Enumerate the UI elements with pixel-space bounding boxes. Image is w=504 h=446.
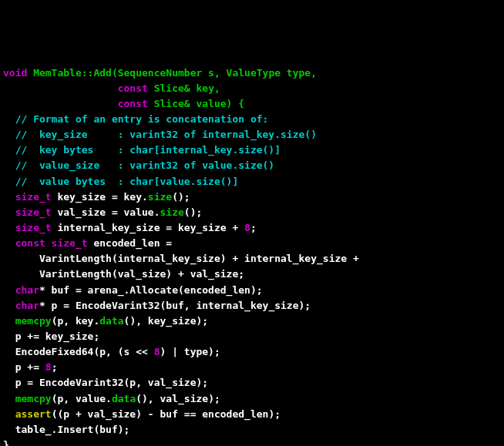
code-line: EncodeFixed64(p, (s << 8) | type);	[3, 344, 501, 360]
code-line: assert((p + val_size) - buf == encoded_l…	[3, 407, 501, 422]
code-line: const size_t encoded_len =	[3, 236, 501, 251]
code-line: VarintLength(internal_key_size) + intern…	[3, 251, 501, 267]
code-block: void MemTable::Add(SequenceNumber s, Val…	[3, 65, 501, 446]
code-line: p += 8;	[3, 360, 501, 375]
code-line: table_.Insert(buf);	[3, 422, 501, 438]
code-line: char* p = EncodeVarint32(buf, internal_k…	[3, 298, 501, 314]
code-comment: // value_size : varint32 of value.size()	[3, 158, 501, 173]
code-line: size_t key_size = key.size();	[3, 189, 501, 205]
code-line: size_t internal_key_size = key_size + 8;	[3, 220, 501, 236]
code-comment: // value bytes : char[value.size()]	[3, 174, 501, 189]
code-line: p = EncodeVarint32(p, val_size);	[3, 375, 501, 391]
code-line: const Slice& key,	[3, 81, 501, 96]
code-line: void MemTable::Add(SequenceNumber s, Val…	[3, 65, 501, 81]
code-line: memcpy(p, value.data(), val_size);	[3, 391, 501, 407]
code-comment: // key_size : varint32 of internal_key.s…	[3, 127, 501, 143]
code-comment: // key bytes : char[internal_key.size()]	[3, 143, 501, 158]
code-comment: // Format of an entry is concatenation o…	[3, 112, 501, 127]
code-line: VarintLength(val_size) + val_size;	[3, 267, 501, 282]
code-line: p += key_size;	[3, 329, 501, 344]
code-line: const Slice& value) {	[3, 96, 501, 112]
code-line: char* buf = arena_.Allocate(encoded_len)…	[3, 283, 501, 298]
code-line: }	[3, 438, 501, 446]
code-line: size_t val_size = value.size();	[3, 205, 501, 220]
code-line: memcpy(p, key.data(), key_size);	[3, 314, 501, 329]
